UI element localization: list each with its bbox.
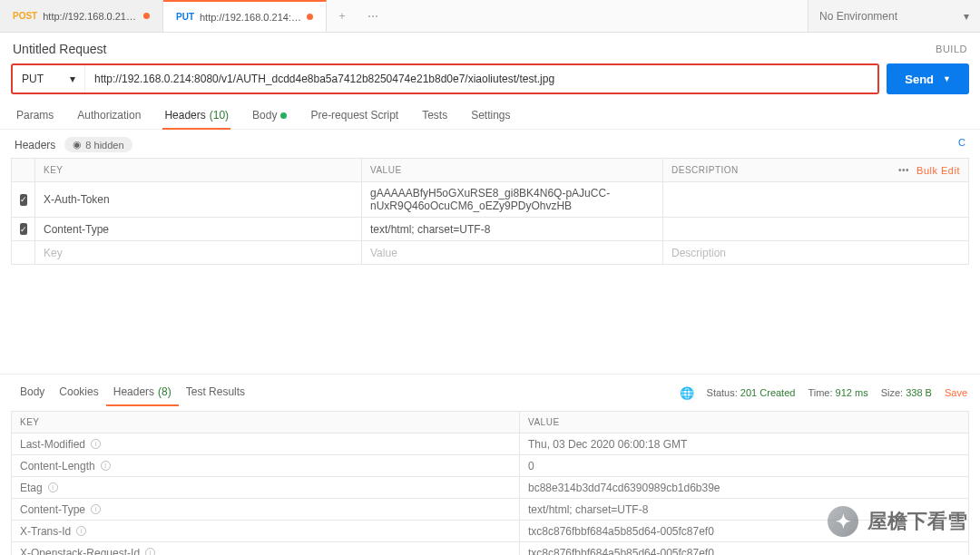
info-icon[interactable]: i [91, 504, 101, 514]
unsaved-dot-icon [307, 14, 313, 20]
info-icon[interactable]: i [145, 548, 155, 555]
tab-headers-count: (10) [210, 109, 229, 122]
method-badge: POST [13, 11, 37, 21]
header-desc-placeholder[interactable]: Description [663, 241, 890, 264]
request-row: PUT ▾ Send ▼ [11, 63, 969, 94]
resp-header-key: Last-Modified i [12, 433, 520, 454]
request-title-row: Untitled Request BUILD [0, 33, 980, 63]
header-key[interactable]: Content-Type [35, 218, 362, 240]
header-desc[interactable] [663, 182, 890, 217]
response-headers-table: KEY VALUE Last-Modified iThu, 03 Dec 202… [11, 411, 969, 555]
info-icon[interactable]: i [101, 461, 111, 471]
table-row: Etag ibc88e314b3dd74cd6390989cb1d6b39e [12, 477, 968, 499]
tab-title: http://192.168.0.214:5000/v3/... [43, 11, 138, 22]
watermark: ✦ 屋檐下看雪 [828, 506, 967, 537]
table-row: X-Trans-Id itxc8c876fbbf684a5b85d64-005f… [12, 521, 968, 542]
tab-params[interactable]: Params [15, 103, 55, 129]
checkbox-icon[interactable]: ✓ [20, 223, 27, 235]
table-row[interactable]: ✓ Content-Type text/html; charset=UTF-8 [12, 218, 968, 241]
tab-post[interactable]: POST http://192.168.0.214:5000/v3/... [0, 0, 163, 32]
table-row: X-Openstack-Request-Id itxc8c876fbbf684a… [12, 542, 968, 555]
more-icon[interactable]: ••• [898, 165, 909, 175]
header-value[interactable]: gAAAAABfyH5oGXuRSE8_gi8BK4N6Q-pAJuCC-nUx… [362, 182, 663, 217]
cookies-link[interactable]: C [958, 130, 980, 148]
resp-tab-headers-count: (8) [158, 385, 172, 398]
time-block: Time: 912 ms [808, 387, 867, 398]
table-header-row: KEY VALUE [12, 412, 968, 433]
save-response-link[interactable]: Save [945, 387, 967, 398]
resp-header-value: Thu, 03 Dec 2020 06:00:18 GMT [520, 433, 968, 454]
resp-header-key: Content-Type i [12, 499, 520, 520]
resp-header-key: X-Trans-Id i [12, 521, 520, 541]
url-input[interactable] [85, 65, 877, 92]
tab-overflow-button[interactable]: ⋯ [358, 0, 388, 32]
response-status-bar: 🌐 Status: 201 Created Time: 912 ms Size:… [680, 386, 967, 400]
col-key: KEY [12, 412, 520, 433]
headers-label: Headers [15, 139, 55, 151]
new-tab-button[interactable]: ＋ [327, 0, 358, 32]
send-label: Send [905, 73, 934, 86]
resp-tab-headers[interactable]: Headers (8) [106, 380, 179, 405]
tab-settings[interactable]: Settings [469, 103, 512, 129]
header-value-placeholder[interactable]: Value [362, 241, 663, 264]
tab-headers-label: Headers [164, 109, 205, 122]
tab-authorization[interactable]: Authorization [75, 103, 142, 129]
header-key[interactable]: X-Auth-Token [35, 182, 362, 217]
eye-icon: ◉ [73, 139, 82, 151]
resp-header-key: Content-Length i [12, 455, 520, 476]
tab-body-label: Body [252, 109, 277, 122]
chevron-down-icon: ▼ [943, 74, 951, 83]
resp-tab-tests[interactable]: Test Results [179, 380, 252, 405]
watermark-text: 屋檐下看雪 [867, 508, 967, 535]
tabs-container: POST http://192.168.0.214:5000/v3/... PU… [0, 0, 808, 32]
resp-header-key: X-Openstack-Request-Id i [12, 542, 520, 555]
tab-prereq[interactable]: Pre-request Script [309, 103, 400, 129]
header-key-placeholder[interactable]: Key [35, 241, 362, 264]
table-row[interactable]: ✓ X-Auth-Token gAAAAABfyH5oGXuRSE8_gi8BK… [12, 182, 968, 218]
body-active-dot-icon [280, 112, 287, 119]
info-icon[interactable]: i [91, 439, 101, 449]
build-link[interactable]: BUILD [936, 44, 967, 54]
checkbox-icon[interactable]: ✓ [20, 194, 27, 206]
send-button[interactable]: Send ▼ [887, 63, 969, 94]
wechat-avatar-icon: ✦ [828, 506, 858, 537]
resp-header-key: Etag i [12, 477, 520, 498]
hidden-headers-toggle[interactable]: ◉ 8 hidden [64, 137, 132, 152]
response-tabs: Body Cookies Headers (8) Test Results 🌐 … [0, 374, 980, 405]
table-header-row: KEY VALUE DESCRIPTION ••• Bulk Edit [12, 159, 968, 182]
tab-tests[interactable]: Tests [420, 103, 449, 129]
chevron-down-icon: ▾ [964, 10, 969, 23]
chevron-down-icon: ▾ [70, 73, 75, 85]
request-box: PUT ▾ [11, 63, 879, 94]
tab-title: http://192.168.0.214:8080/v1/A... [200, 12, 301, 23]
col-desc: DESCRIPTION [663, 159, 890, 181]
headers-subbar: Headers ◉ 8 hidden [0, 130, 958, 158]
info-icon[interactable]: i [76, 526, 86, 536]
resp-tab-headers-label: Headers [113, 385, 154, 398]
table-row-empty[interactable]: Key Value Description [12, 241, 968, 265]
tab-body[interactable]: Body [250, 103, 289, 129]
bulk-edit-link[interactable]: Bulk Edit [916, 165, 960, 176]
globe-icon[interactable]: 🌐 [680, 386, 694, 400]
top-bar: POST http://192.168.0.214:5000/v3/... PU… [0, 0, 980, 33]
table-row: Last-Modified iThu, 03 Dec 2020 06:00:18… [12, 433, 968, 455]
request-tabs: Params Authorization Headers (10) Body P… [0, 103, 980, 130]
method-badge: PUT [176, 12, 194, 22]
resp-tab-cookies[interactable]: Cookies [52, 380, 105, 405]
col-value: VALUE [362, 159, 663, 181]
request-headers-table: KEY VALUE DESCRIPTION ••• Bulk Edit ✓ X-… [11, 158, 969, 265]
method-dropdown[interactable]: PUT ▾ [13, 65, 85, 92]
request-title: Untitled Request [13, 42, 107, 56]
method-value: PUT [22, 73, 44, 85]
header-desc[interactable] [663, 218, 890, 240]
hidden-count: 8 hidden [85, 140, 123, 151]
unsaved-dot-icon [143, 13, 150, 19]
header-value[interactable]: text/html; charset=UTF-8 [362, 218, 663, 240]
info-icon[interactable]: i [48, 482, 58, 492]
resp-tab-body[interactable]: Body [13, 380, 52, 405]
environment-dropdown[interactable]: No Environment ▾ [808, 0, 980, 32]
tab-headers[interactable]: Headers (10) [162, 103, 230, 129]
table-row: Content-Length i0 [12, 455, 968, 477]
tab-put[interactable]: PUT http://192.168.0.214:8080/v1/A... [163, 0, 327, 32]
resp-header-value: 0 [520, 455, 968, 476]
